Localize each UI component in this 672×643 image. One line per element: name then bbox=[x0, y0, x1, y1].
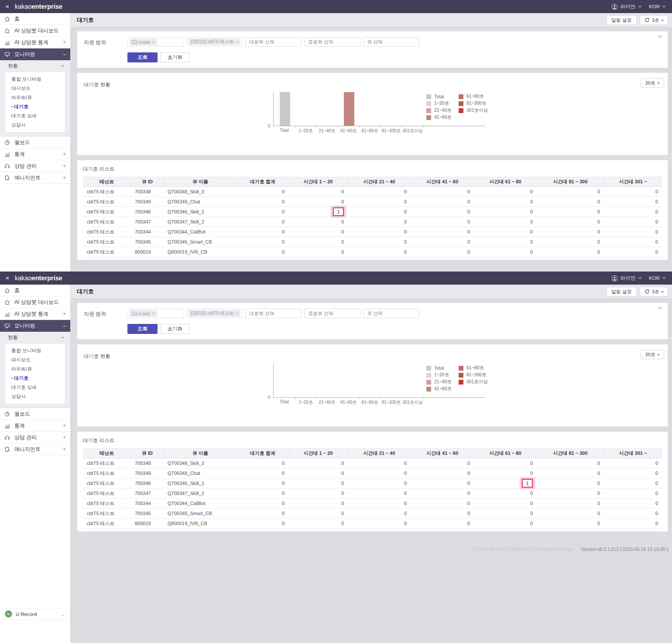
expand-indicator: + bbox=[63, 311, 66, 317]
sidebar-item-doc[interactable]: 매니지먼트+ bbox=[0, 172, 70, 184]
active-bullet: • bbox=[11, 105, 13, 109]
table-cell: 0 bbox=[474, 488, 537, 499]
table-cell: 0 bbox=[288, 227, 348, 237]
table-cell: 0 bbox=[474, 509, 537, 519]
table-cell: 0 bbox=[348, 488, 411, 499]
legend-item: 61~80초 bbox=[459, 93, 488, 100]
submenu-item[interactable]: •대기호 bbox=[5, 102, 65, 111]
sidebar-item-headset[interactable]: 상담 관리+ bbox=[0, 160, 70, 172]
major-category-select[interactable]: 대분류 선택 bbox=[245, 37, 302, 47]
sidebar-item-label: 매니지먼트 bbox=[14, 446, 41, 453]
brand-logo: kakaoenterprise bbox=[15, 275, 62, 282]
language-selector[interactable]: KOR bbox=[649, 275, 666, 281]
submenu-header[interactable]: 현황 bbox=[0, 332, 70, 343]
tag-label: [1] ccaas bbox=[132, 39, 150, 45]
legend-swatch bbox=[459, 94, 463, 99]
tag-label: [1] ccaas bbox=[132, 311, 150, 316]
filter-tag: [1] ccaas× bbox=[130, 38, 157, 45]
submenu-item[interactable]: •대기호 bbox=[5, 374, 65, 383]
user-menu[interactable]: 라이언 bbox=[611, 275, 642, 282]
sidebar-item-chart[interactable]: AI 상담봇 통계+ bbox=[0, 37, 70, 48]
middle-category-select[interactable]: 중분류 선택 bbox=[304, 309, 360, 318]
sidebar-item-home[interactable]: AI 상담봇 대시보드 bbox=[0, 296, 70, 308]
submenu-item[interactable]: 대시보드 bbox=[5, 355, 65, 364]
reset-button[interactable]: 초기화 bbox=[160, 324, 190, 334]
resource-scope-input-1[interactable]: [1] ccaas× bbox=[127, 37, 184, 47]
submenu-header[interactable]: 현황 bbox=[0, 60, 70, 72]
sidebar-item-doc[interactable]: 매니지먼트+ bbox=[0, 444, 70, 455]
x-axis-label: 61~80초 bbox=[359, 399, 381, 406]
resource-scope-input-2[interactable]: [23010] cbtT5 테스트× bbox=[186, 309, 243, 318]
table-row: cbtT5 테스트700346Q700346_Skill_10000100 bbox=[83, 478, 662, 488]
chart-title: 대기호 현황 bbox=[84, 353, 110, 360]
search-button[interactable]: 조회 bbox=[127, 324, 158, 334]
close-icon[interactable]: × bbox=[0, 272, 15, 285]
submenu-item[interactable]: 대시보드 bbox=[5, 84, 65, 93]
submenu-item[interactable]: 상담사 bbox=[5, 120, 65, 130]
sidebar-item-pie[interactable]: 월보드 bbox=[0, 408, 70, 420]
sidebar-item-monitor[interactable]: 모니터링− bbox=[0, 320, 70, 332]
collapse-chevron-icon[interactable] bbox=[658, 306, 662, 309]
sidebar-item-label: AI 상담봇 통계 bbox=[14, 310, 48, 318]
sidebar-item-chart[interactable]: 통계+ bbox=[0, 148, 70, 160]
refresh-interval-button[interactable]: 3초 ▾ bbox=[640, 15, 668, 25]
major-category-select[interactable]: 대분류 선택 bbox=[245, 309, 302, 318]
table-cell: 0 bbox=[348, 509, 411, 519]
middle-category-select[interactable]: 중분류 선택 bbox=[304, 37, 360, 47]
legend-swatch bbox=[426, 373, 431, 378]
submenu-item[interactable]: 통합 모니터링 bbox=[5, 75, 65, 84]
tag-close-icon[interactable]: × bbox=[236, 40, 239, 45]
resource-scope-input-1[interactable]: [1] ccaas× bbox=[127, 309, 184, 318]
sidebar-item-home[interactable]: AI 상담봇 대시보드 bbox=[0, 25, 70, 37]
sidebar-item-home[interactable]: 홈 bbox=[0, 285, 70, 296]
legend-label: 81~300초 bbox=[466, 100, 487, 107]
submenu-header-label: 현황 bbox=[8, 334, 18, 341]
sidebar-item-chart[interactable]: AI 상담봇 통계+ bbox=[0, 308, 70, 320]
expand-indicator: + bbox=[63, 151, 66, 157]
submenu-item[interactable]: 라우트/큐 bbox=[5, 93, 65, 102]
language-selector[interactable]: KOR bbox=[649, 4, 666, 9]
submenu-item[interactable]: 통합 모니터링 bbox=[5, 346, 65, 355]
table-cell: cbtT5 테스트 bbox=[83, 509, 131, 519]
axis-tick bbox=[295, 126, 295, 127]
table-cell: cbtT5 테스트 bbox=[83, 458, 131, 468]
submenu-item[interactable]: 라우트/큐 bbox=[5, 364, 65, 374]
table-header-row: 테넌트큐 ID큐 이름대기호 합계시간대 1 ~ 20시간대 21 ~ 40시간… bbox=[83, 449, 662, 458]
filter-tag: [23010] cbtT5 테스트× bbox=[189, 310, 240, 317]
submenu-item[interactable]: 상담사 bbox=[5, 392, 65, 401]
chart-interval-button[interactable]: 20초 ▾ bbox=[641, 78, 664, 88]
submenu-item[interactable]: 대기호 상세 bbox=[5, 383, 65, 392]
refresh-interval-button[interactable]: 3초 ▾ bbox=[640, 287, 668, 296]
tag-close-icon[interactable]: × bbox=[152, 40, 155, 45]
table-row: cbtT5 테스트700347Q700347_Skill_20000000 bbox=[83, 217, 662, 227]
queue-select[interactable]: 큐 선택 bbox=[363, 309, 419, 318]
reset-button[interactable]: 초기화 bbox=[160, 52, 190, 62]
alarm-settings-button[interactable]: 알림 설정 bbox=[607, 287, 637, 296]
legend-label: 1~20초 bbox=[434, 100, 449, 107]
close-icon[interactable]: × bbox=[0, 0, 15, 13]
table-cell: 0 bbox=[474, 247, 537, 257]
sidebar-item-monitor[interactable]: 모니터링− bbox=[0, 48, 70, 60]
user-menu[interactable]: 라이언 bbox=[611, 3, 642, 10]
sidebar-item-headset[interactable]: 상담 관리+ bbox=[0, 432, 70, 444]
u-record-icon: U bbox=[5, 611, 12, 617]
filter-label: 자원 범위 bbox=[84, 309, 127, 318]
collapse-chevron-icon[interactable] bbox=[658, 35, 662, 38]
table-cell: 700348 bbox=[131, 458, 164, 468]
table-cell: 0 bbox=[604, 519, 662, 529]
chart-interval-button[interactable]: 20초 ▾ bbox=[641, 350, 664, 359]
sidebar-item-home[interactable]: 홈 bbox=[0, 13, 70, 25]
resource-scope-input-2[interactable]: [23010] cbtT5 테스트× bbox=[186, 37, 243, 47]
tag-close-icon[interactable]: × bbox=[152, 311, 155, 316]
queue-select[interactable]: 큐 선택 bbox=[363, 37, 419, 47]
x-axis-label: 301초이상 bbox=[402, 399, 423, 406]
search-button[interactable]: 조회 bbox=[127, 52, 158, 62]
alarm-settings-button[interactable]: 알림 설정 bbox=[607, 15, 637, 25]
table-cell: 0 bbox=[537, 227, 604, 237]
tag-close-icon[interactable]: × bbox=[236, 311, 239, 316]
sidebar-item-pie[interactable]: 월보드 bbox=[0, 137, 70, 148]
sidebar-item-u-record[interactable]: U U Record → bbox=[0, 608, 70, 620]
sidebar-item-chart[interactable]: 통계+ bbox=[0, 420, 70, 432]
submenu-item[interactable]: 대기호 상세 bbox=[5, 111, 65, 120]
brand-kakao: kakao bbox=[15, 3, 32, 10]
